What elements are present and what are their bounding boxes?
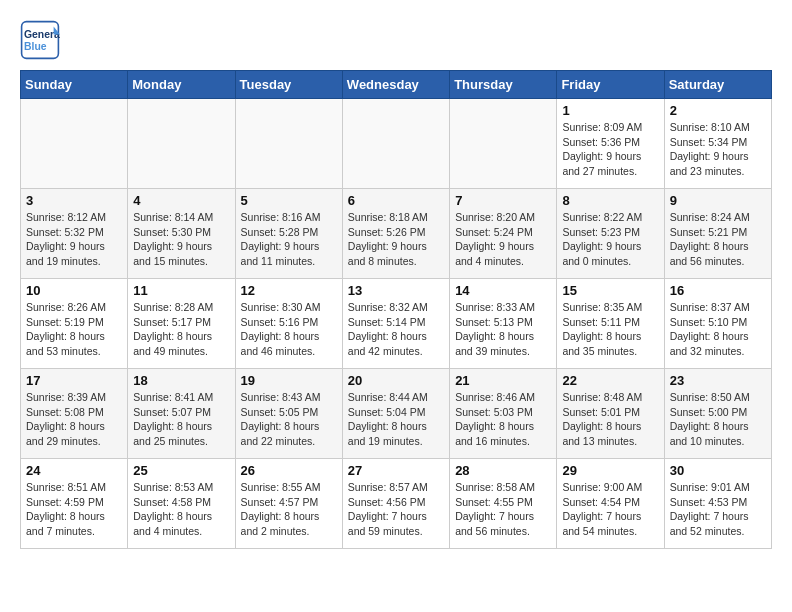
day-number: 12 [241, 283, 337, 298]
day-number: 8 [562, 193, 658, 208]
day-number: 28 [455, 463, 551, 478]
day-info: Sunrise: 9:00 AM Sunset: 4:54 PM Dayligh… [562, 480, 658, 539]
calendar-cell: 25Sunrise: 8:53 AM Sunset: 4:58 PM Dayli… [128, 459, 235, 549]
day-number: 20 [348, 373, 444, 388]
day-info: Sunrise: 8:41 AM Sunset: 5:07 PM Dayligh… [133, 390, 229, 449]
calendar-cell: 24Sunrise: 8:51 AM Sunset: 4:59 PM Dayli… [21, 459, 128, 549]
day-info: Sunrise: 8:46 AM Sunset: 5:03 PM Dayligh… [455, 390, 551, 449]
day-number: 13 [348, 283, 444, 298]
calendar-cell [128, 99, 235, 189]
weekday-header: Friday [557, 71, 664, 99]
day-number: 1 [562, 103, 658, 118]
day-number: 3 [26, 193, 122, 208]
day-info: Sunrise: 8:10 AM Sunset: 5:34 PM Dayligh… [670, 120, 766, 179]
calendar-body: 1Sunrise: 8:09 AM Sunset: 5:36 PM Daylig… [21, 99, 772, 549]
day-number: 30 [670, 463, 766, 478]
day-number: 14 [455, 283, 551, 298]
weekday-header: Thursday [450, 71, 557, 99]
day-info: Sunrise: 8:16 AM Sunset: 5:28 PM Dayligh… [241, 210, 337, 269]
weekday-header: Saturday [664, 71, 771, 99]
day-info: Sunrise: 8:32 AM Sunset: 5:14 PM Dayligh… [348, 300, 444, 359]
calendar-cell [342, 99, 449, 189]
calendar-cell: 7Sunrise: 8:20 AM Sunset: 5:24 PM Daylig… [450, 189, 557, 279]
day-info: Sunrise: 8:28 AM Sunset: 5:17 PM Dayligh… [133, 300, 229, 359]
day-number: 21 [455, 373, 551, 388]
day-number: 16 [670, 283, 766, 298]
calendar-cell: 4Sunrise: 8:14 AM Sunset: 5:30 PM Daylig… [128, 189, 235, 279]
calendar-cell: 29Sunrise: 9:00 AM Sunset: 4:54 PM Dayli… [557, 459, 664, 549]
calendar-cell [450, 99, 557, 189]
day-number: 18 [133, 373, 229, 388]
day-info: Sunrise: 8:22 AM Sunset: 5:23 PM Dayligh… [562, 210, 658, 269]
day-number: 25 [133, 463, 229, 478]
day-number: 22 [562, 373, 658, 388]
day-info: Sunrise: 8:48 AM Sunset: 5:01 PM Dayligh… [562, 390, 658, 449]
calendar-cell: 16Sunrise: 8:37 AM Sunset: 5:10 PM Dayli… [664, 279, 771, 369]
calendar-cell [235, 99, 342, 189]
calendar-week-row: 3Sunrise: 8:12 AM Sunset: 5:32 PM Daylig… [21, 189, 772, 279]
calendar-cell [21, 99, 128, 189]
day-info: Sunrise: 8:26 AM Sunset: 5:19 PM Dayligh… [26, 300, 122, 359]
day-number: 2 [670, 103, 766, 118]
day-info: Sunrise: 8:35 AM Sunset: 5:11 PM Dayligh… [562, 300, 658, 359]
weekday-header: Wednesday [342, 71, 449, 99]
calendar-cell: 14Sunrise: 8:33 AM Sunset: 5:13 PM Dayli… [450, 279, 557, 369]
weekday-header: Sunday [21, 71, 128, 99]
calendar-cell: 8Sunrise: 8:22 AM Sunset: 5:23 PM Daylig… [557, 189, 664, 279]
day-info: Sunrise: 8:57 AM Sunset: 4:56 PM Dayligh… [348, 480, 444, 539]
calendar-header-row: SundayMondayTuesdayWednesdayThursdayFrid… [21, 71, 772, 99]
calendar-cell: 30Sunrise: 9:01 AM Sunset: 4:53 PM Dayli… [664, 459, 771, 549]
day-number: 17 [26, 373, 122, 388]
calendar-cell: 3Sunrise: 8:12 AM Sunset: 5:32 PM Daylig… [21, 189, 128, 279]
day-info: Sunrise: 9:01 AM Sunset: 4:53 PM Dayligh… [670, 480, 766, 539]
day-info: Sunrise: 8:53 AM Sunset: 4:58 PM Dayligh… [133, 480, 229, 539]
day-info: Sunrise: 8:58 AM Sunset: 4:55 PM Dayligh… [455, 480, 551, 539]
day-number: 5 [241, 193, 337, 208]
calendar-cell: 26Sunrise: 8:55 AM Sunset: 4:57 PM Dayli… [235, 459, 342, 549]
calendar-cell: 27Sunrise: 8:57 AM Sunset: 4:56 PM Dayli… [342, 459, 449, 549]
day-number: 9 [670, 193, 766, 208]
calendar-cell: 15Sunrise: 8:35 AM Sunset: 5:11 PM Dayli… [557, 279, 664, 369]
page-header: General Blue [20, 20, 772, 60]
day-number: 29 [562, 463, 658, 478]
day-info: Sunrise: 8:14 AM Sunset: 5:30 PM Dayligh… [133, 210, 229, 269]
calendar-cell: 17Sunrise: 8:39 AM Sunset: 5:08 PM Dayli… [21, 369, 128, 459]
calendar-week-row: 10Sunrise: 8:26 AM Sunset: 5:19 PM Dayli… [21, 279, 772, 369]
logo: General Blue [20, 20, 66, 60]
calendar-table: SundayMondayTuesdayWednesdayThursdayFrid… [20, 70, 772, 549]
calendar-cell: 2Sunrise: 8:10 AM Sunset: 5:34 PM Daylig… [664, 99, 771, 189]
day-number: 19 [241, 373, 337, 388]
day-info: Sunrise: 8:43 AM Sunset: 5:05 PM Dayligh… [241, 390, 337, 449]
calendar-cell: 19Sunrise: 8:43 AM Sunset: 5:05 PM Dayli… [235, 369, 342, 459]
weekday-header: Monday [128, 71, 235, 99]
calendar-cell: 13Sunrise: 8:32 AM Sunset: 5:14 PM Dayli… [342, 279, 449, 369]
day-number: 26 [241, 463, 337, 478]
calendar-cell: 9Sunrise: 8:24 AM Sunset: 5:21 PM Daylig… [664, 189, 771, 279]
calendar-week-row: 24Sunrise: 8:51 AM Sunset: 4:59 PM Dayli… [21, 459, 772, 549]
calendar-cell: 5Sunrise: 8:16 AM Sunset: 5:28 PM Daylig… [235, 189, 342, 279]
day-info: Sunrise: 8:55 AM Sunset: 4:57 PM Dayligh… [241, 480, 337, 539]
calendar-week-row: 1Sunrise: 8:09 AM Sunset: 5:36 PM Daylig… [21, 99, 772, 189]
day-info: Sunrise: 8:18 AM Sunset: 5:26 PM Dayligh… [348, 210, 444, 269]
day-info: Sunrise: 8:20 AM Sunset: 5:24 PM Dayligh… [455, 210, 551, 269]
day-info: Sunrise: 8:24 AM Sunset: 5:21 PM Dayligh… [670, 210, 766, 269]
day-info: Sunrise: 8:37 AM Sunset: 5:10 PM Dayligh… [670, 300, 766, 359]
day-info: Sunrise: 8:30 AM Sunset: 5:16 PM Dayligh… [241, 300, 337, 359]
day-number: 4 [133, 193, 229, 208]
calendar-cell: 20Sunrise: 8:44 AM Sunset: 5:04 PM Dayli… [342, 369, 449, 459]
day-number: 24 [26, 463, 122, 478]
day-info: Sunrise: 8:51 AM Sunset: 4:59 PM Dayligh… [26, 480, 122, 539]
calendar-cell: 6Sunrise: 8:18 AM Sunset: 5:26 PM Daylig… [342, 189, 449, 279]
day-number: 7 [455, 193, 551, 208]
svg-text:Blue: Blue [24, 41, 47, 52]
day-info: Sunrise: 8:44 AM Sunset: 5:04 PM Dayligh… [348, 390, 444, 449]
svg-rect-0 [22, 22, 59, 59]
calendar-cell: 21Sunrise: 8:46 AM Sunset: 5:03 PM Dayli… [450, 369, 557, 459]
calendar-cell: 28Sunrise: 8:58 AM Sunset: 4:55 PM Dayli… [450, 459, 557, 549]
day-info: Sunrise: 8:12 AM Sunset: 5:32 PM Dayligh… [26, 210, 122, 269]
calendar-cell: 23Sunrise: 8:50 AM Sunset: 5:00 PM Dayli… [664, 369, 771, 459]
calendar-week-row: 17Sunrise: 8:39 AM Sunset: 5:08 PM Dayli… [21, 369, 772, 459]
day-number: 15 [562, 283, 658, 298]
calendar-cell: 18Sunrise: 8:41 AM Sunset: 5:07 PM Dayli… [128, 369, 235, 459]
day-number: 10 [26, 283, 122, 298]
